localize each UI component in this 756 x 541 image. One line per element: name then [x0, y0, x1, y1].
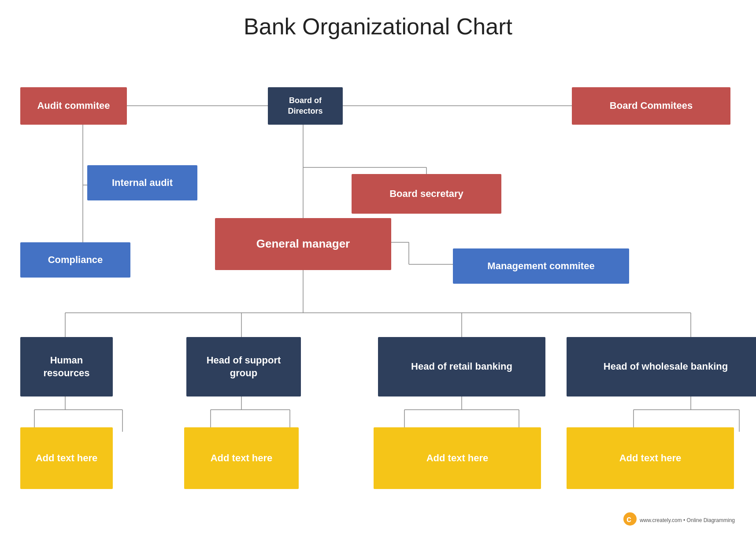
compliance-box: Compliance — [20, 242, 130, 278]
head-retail-box: Head of retail banking — [378, 337, 545, 396]
head-wholesale-box: Head of wholesale banking — [567, 337, 756, 396]
add-text-2-box: Add text here — [184, 427, 299, 489]
svg-text:c: c — [626, 514, 631, 524]
internal-audit-box: Internal audit — [87, 165, 197, 200]
general-manager-box: General manager — [215, 218, 391, 270]
creately-logo: c — [623, 512, 637, 529]
page-title: Bank Organizational Chart — [0, 0, 756, 48]
watermark: c www.creately.com • Online Diagramming — [623, 512, 735, 529]
board-secretary-box: Board secretary — [352, 174, 501, 214]
head-support-box: Head of support group — [186, 337, 301, 396]
watermark-text: www.creately.com • Online Diagramming — [640, 517, 735, 523]
board-committees-box: Board Commitees — [572, 87, 730, 125]
org-chart: Board of Directors Audit commitee Board … — [12, 48, 744, 533]
add-text-3-box: Add text here — [374, 427, 541, 489]
add-text-1-box: Add text here — [20, 427, 113, 489]
add-text-4-box: Add text here — [567, 427, 734, 489]
management-committee-box: Management commitee — [453, 248, 629, 284]
human-resources-box: Human resources — [20, 337, 113, 396]
board-of-directors-box: Board of Directors — [268, 87, 343, 125]
audit-committee-box: Audit commitee — [20, 87, 127, 125]
